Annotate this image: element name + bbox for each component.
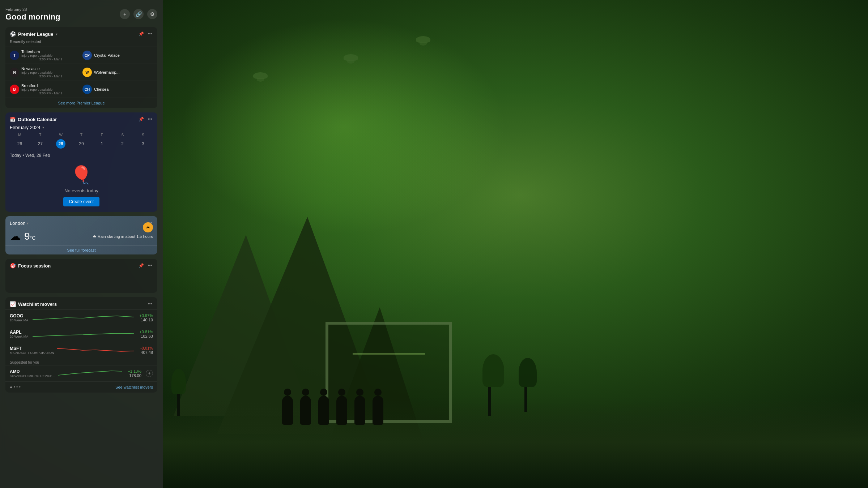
match-3-away: Chelsea [94, 87, 153, 91]
calendar-icon: 📅 [10, 117, 16, 122]
match-row-2[interactable]: N Newcastle Injury report available 3:00… [5, 64, 157, 81]
premier-league-pin[interactable]: 📌 [138, 31, 145, 37]
cal-day-mon: M [10, 132, 30, 138]
msft-ticker-area: MSFT MICROSOFT CORPORATION [10, 346, 54, 355]
weather-forecast-link[interactable]: See full forecast [5, 245, 157, 254]
watchlist-see-more[interactable]: See watchlist movers [115, 385, 153, 389]
stock-row-msft[interactable]: MSFT MICROSOFT CORPORATION -0.01% 407.48 [5, 342, 157, 358]
calendar-pin[interactable]: 📌 [138, 116, 145, 123]
match-row-1[interactable]: T Tottenham Injury report available 3:00… [5, 47, 157, 64]
cal-day-fri: F [92, 132, 112, 138]
sun-icon: ☀ [143, 222, 153, 232]
calendar-empty-state: 🎈 No events today Create event [5, 159, 157, 212]
calendar-week-header: M T W T F S S [5, 132, 157, 138]
widget-panel: February 28 Good morning + 🔗 ⚙ ⚽ Premier… [0, 0, 163, 488]
amd-change: +1.13% [125, 369, 141, 373]
calendar-week-row: 26 27 28 29 1 2 3 [5, 138, 157, 150]
goog-company: 20 Week MA [10, 318, 30, 322]
weather-location-dropdown[interactable]: ▾ [27, 221, 29, 225]
watchlist-title: Watchlist movers [18, 301, 57, 307]
msft-chart [57, 345, 134, 356]
focus-actions: 📌 ••• [138, 262, 153, 269]
calendar-actions: 📌 ••• [138, 116, 153, 123]
premier-league-header: ⚽ Premier League ▾ 📌 ••• [5, 27, 157, 39]
settings-button[interactable]: ⚙ [147, 9, 157, 19]
premier-league-actions: 📌 ••• [138, 31, 153, 37]
match-3-info: Brentford Injury report available 3:00 P… [21, 84, 80, 95]
watchlist-actions: ••• [147, 301, 153, 307]
watchlist-pagination-dots: ● • • • [10, 385, 21, 390]
cal-date-26[interactable]: 26 [15, 139, 24, 149]
stock-row-amd[interactable]: AMD ADVANCED MICRO DEVICE... +1.13% 178.… [5, 365, 157, 381]
focus-title-row: 🎯 Focus session [10, 263, 51, 269]
flier-3 [416, 36, 430, 43]
cal-day-sun: S [133, 132, 153, 138]
premier-league-subtitle: Recently selected [5, 39, 157, 47]
cal-date-28-today[interactable]: 28 [56, 139, 65, 149]
amd-add-button[interactable]: + [146, 370, 153, 377]
goog-chart [33, 312, 134, 323]
amd-prices: +1.13% 178.00 [125, 369, 141, 378]
tree-2 [488, 361, 504, 416]
premier-league-title: Premier League [18, 31, 54, 37]
cal-date-3[interactable]: 3 [139, 139, 148, 149]
add-button[interactable]: + [120, 9, 130, 19]
weather-cloud-icon: ☁ [10, 230, 21, 243]
flier-1 [253, 72, 268, 79]
premier-league-dropdown[interactable]: ▾ [56, 32, 58, 36]
newcastle-logo: N [10, 68, 19, 77]
match-1-info: Tottenham Injury report available 3:00 P… [21, 50, 80, 61]
match-2-meta: Injury report available [21, 71, 80, 74]
watchlist-footer: ● • • • See watchlist movers [5, 381, 157, 393]
panel-header: February 28 Good morning + 🔗 ⚙ [5, 7, 157, 22]
watchlist-header: 📈 Watchlist movers ••• [5, 297, 157, 309]
match-row-3[interactable]: B Brentford Injury report available 3:00… [5, 81, 157, 98]
aapl-company: 20 Week MA [10, 335, 30, 338]
weather-body: ☁ 9°C 🌧 Rain starting in about 1.5 hours [5, 228, 157, 245]
focus-icon: 🎯 [10, 263, 16, 269]
link-button[interactable]: 🔗 [133, 9, 144, 19]
cal-day-thu: T [72, 132, 92, 138]
create-event-button[interactable]: Create event [63, 197, 100, 206]
weather-description: 🌧 Rain starting in about 1.5 hours [93, 234, 153, 239]
cal-date-1[interactable]: 1 [97, 139, 107, 149]
focus-more[interactable]: ••• [147, 262, 153, 269]
character-silhouettes [282, 396, 383, 425]
match-3-home: Brentford [21, 84, 80, 88]
weather-left: ☁ 9°C [10, 230, 35, 243]
cal-date-2[interactable]: 2 [118, 139, 127, 149]
calendar-month: February 2024 [10, 125, 41, 130]
cal-date-27[interactable]: 27 [35, 139, 45, 149]
premier-league-see-more[interactable]: See more Premier League [5, 98, 157, 108]
match-2-home: Newcastle [21, 67, 80, 71]
cal-day-tue: T [30, 132, 50, 138]
calendar-more[interactable]: ••• [147, 116, 153, 123]
soccer-icon: ⚽ [10, 31, 16, 37]
stock-row-goog[interactable]: GOOG 20 Week MA +0.97% 140.10 [5, 309, 157, 326]
stock-row-aapl[interactable]: AAPL 20 Week MA +0.81% 182.63 [5, 326, 157, 342]
goog-prices: +0.97% 140.10 [137, 313, 153, 322]
focus-content-area [5, 271, 157, 293]
panel-greeting: Good morning [5, 12, 120, 22]
calendar-month-row: February 2024 ▾ [5, 125, 157, 132]
match-3-time: 3:00 PM · Mar 2 [21, 91, 80, 95]
watchlist-more[interactable]: ••• [147, 301, 153, 307]
tree-3 [524, 365, 537, 412]
cal-date-29[interactable]: 29 [77, 139, 86, 149]
cal-day-sat: S [112, 132, 132, 138]
goog-change: +0.97% [137, 313, 153, 318]
msft-price: 407.48 [137, 350, 153, 355]
wolves-logo: W [82, 68, 92, 77]
chelsea-logo: CH [82, 85, 92, 94]
focus-pin[interactable]: 📌 [138, 262, 145, 269]
msft-ticker: MSFT [10, 346, 28, 351]
goog-price: 140.10 [137, 318, 153, 322]
weather-temperature: 9°C [24, 231, 35, 242]
premier-league-more[interactable]: ••• [147, 31, 153, 37]
calendar-dropdown[interactable]: ▾ [42, 125, 44, 129]
watchlist-icon: 📈 [10, 301, 16, 307]
weather-header: London ▾ ••• [5, 216, 157, 228]
msft-change: -0.01% [137, 346, 153, 350]
calendar-title-row: 📅 Outlook Calendar [10, 117, 57, 122]
focus-header: 🎯 Focus session 📌 ••• [5, 259, 157, 271]
